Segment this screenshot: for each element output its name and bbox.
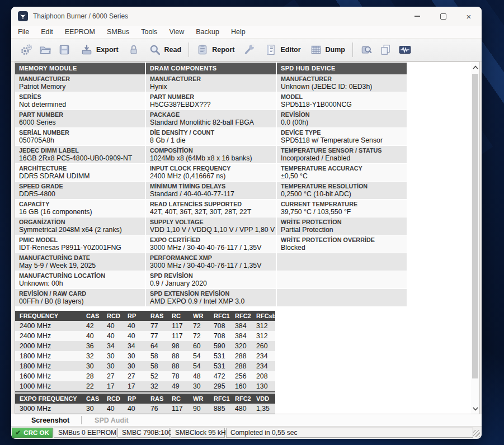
spec-label: COMPOSİTİON <box>150 147 274 154</box>
timing-row: 2000 MHz363434649860590320260 <box>15 341 275 351</box>
timing-cell: 208 <box>255 371 275 381</box>
timing-cell: 708 <box>213 321 234 331</box>
spec-value: Partial Protection <box>281 226 404 234</box>
analyzer-button[interactable] <box>395 42 415 58</box>
menu-item-help[interactable]: Help <box>231 28 246 36</box>
column-header: RFC1 <box>213 311 234 321</box>
spec-value: 1024Mb x8 (64Mb x8 x 16 banks) <box>150 154 274 163</box>
spec-label: REVİSİON <box>281 111 404 119</box>
waveform-icon <box>398 44 412 56</box>
spec-value: 3000 MHz / 30-40-40-76-117 / 1,35V <box>150 244 274 252</box>
editor-label: Editor <box>280 46 300 54</box>
spec-row-empty <box>277 289 407 307</box>
timing-cell: 77 <box>149 331 171 341</box>
column-header: RAS <box>149 394 171 404</box>
frequency-cell: 3000 MHz <box>15 404 85 414</box>
menu-item-edit[interactable]: Edit <box>41 28 53 36</box>
timing-row: 2400 MHz4040407711772708384312 <box>15 331 275 341</box>
menu-item-view[interactable]: View <box>169 28 184 36</box>
timing-row: 1000 MHz221717324930295160130 <box>15 381 275 392</box>
maximize-button[interactable] <box>430 7 456 26</box>
settings-button[interactable] <box>17 42 36 58</box>
status-smbclock: SMBClock 95 kHz <box>171 428 225 438</box>
spec-row: TEMPERATURE SENSOR / STATUSIncorporated … <box>277 146 407 164</box>
timing-cell: 27 <box>126 371 149 381</box>
frequency-cell: 1800 MHz <box>15 361 85 371</box>
spec-row: SPD EXTENSİON REVİSİONAMD EXPO 0.9 / Int… <box>146 289 276 307</box>
scroll-down-button[interactable] <box>471 404 479 414</box>
spec-label: SUPPLY VOLTAGE <box>150 219 274 226</box>
spec-label: DİE DENSİTY / COUNT <box>150 129 274 136</box>
vertical-scrollbar[interactable] <box>471 62 479 414</box>
timing-cell: 531 <box>213 361 234 371</box>
open-file-button[interactable] <box>36 42 55 58</box>
menu-item-file[interactable]: File <box>18 28 29 36</box>
timing-cell: 58 <box>149 351 171 361</box>
scroll-up-button[interactable] <box>471 62 479 72</box>
spec-row: MANUFACTURERUnknown (JEDEC ID: 0ED3h) <box>277 74 407 92</box>
column-header: RP <box>126 311 149 321</box>
spec-value: Unknown (JEDEC ID: 0ED3h) <box>281 83 404 91</box>
spec-row: PART NUMBER6000 Series <box>15 110 145 128</box>
spec-label: SERİAL NUMBER <box>19 129 143 136</box>
device-search-button[interactable] <box>357 42 376 58</box>
spec-label: DEVİCE TYPE <box>281 129 404 136</box>
timing-cell: 117 <box>171 331 192 341</box>
timing-cell: 117 <box>171 321 192 331</box>
spec-value: 050705A8h <box>19 136 143 145</box>
close-button[interactable]: × <box>456 7 482 26</box>
spec-label: PERFORMANCE XMP <box>150 254 274 262</box>
lock-button[interactable] <box>124 42 143 58</box>
timing-cell: 30 <box>106 361 126 371</box>
tab-screenshot[interactable]: Screenshot <box>31 416 69 424</box>
spec-row: SPD REVİSİON0.9 / January 2020 <box>146 271 276 289</box>
export-button[interactable]: Export <box>77 42 122 58</box>
timing-cell: 160 <box>234 381 255 392</box>
resize-grip-icon[interactable] <box>473 430 480 437</box>
spec-row: REVİSİON0.0 (00h) <box>277 110 407 128</box>
spec-value: Incorporated / Enabled <box>281 154 404 163</box>
spec-label: MANUFACTURER <box>281 75 404 83</box>
menu-item-smbus[interactable]: SMBus <box>107 28 129 36</box>
timing-cell: 30 <box>106 351 126 361</box>
spec-value: SPD5118-Y1B000NCG <box>281 101 404 109</box>
panel-title: MEMORY MODULE <box>15 63 145 74</box>
timing-cell: 256 <box>234 371 255 381</box>
column-header: RCD <box>106 394 126 404</box>
read-button[interactable]: Read <box>145 42 185 58</box>
spec-label: WRİTE PROTECTİON OVERRİDE <box>281 236 404 244</box>
timing-cell: 295 <box>213 381 234 392</box>
save-button[interactable] <box>55 42 74 58</box>
dump-button[interactable]: Dump <box>307 42 348 58</box>
minimize-button[interactable] <box>404 7 430 26</box>
timing-cell: 72 <box>192 321 213 331</box>
timing-cell: 288 <box>234 351 255 361</box>
timing-cell: 30 <box>126 351 149 361</box>
timing-cell: 54 <box>192 361 213 371</box>
options-button[interactable] <box>240 42 259 58</box>
spec-value: Unknown: 00h <box>19 280 143 288</box>
scrollbar-thumb[interactable] <box>472 74 478 378</box>
window-title: Thaiphoon Burner / 6000 Series <box>33 12 128 20</box>
spec-value: DDR5 SDRAM UDIMM <box>19 172 143 181</box>
column-header: CAS <box>85 311 106 321</box>
timing-cell: 384 <box>234 331 255 341</box>
dump-label: Dump <box>326 46 345 54</box>
editor-button[interactable]: Editor <box>261 42 304 58</box>
spec-label: SERİES <box>19 93 143 101</box>
timing-cell: 40 <box>126 404 149 414</box>
timing-row: 3000 MHz30404076117908854801,35 <box>15 404 275 414</box>
title-bar: Thaiphoon Burner / 6000 Series × <box>11 7 482 26</box>
report-button[interactable]: Report <box>193 42 238 58</box>
tab-spd-audit[interactable]: SPD Audit <box>95 416 129 424</box>
copy-button[interactable] <box>376 42 395 58</box>
spec-row: PERFORMANCE XMP3000 MHz / 30-40-40-76-11… <box>146 253 276 271</box>
toolbar-separator <box>189 42 189 57</box>
timing-cell: 60 <box>192 341 213 351</box>
menu-item-backup[interactable]: Backup <box>196 28 219 36</box>
menu-item-eeprom[interactable]: EEPROM <box>65 28 95 36</box>
dump-grid-icon <box>310 44 322 56</box>
timing-cell: 40 <box>126 331 149 341</box>
menu-item-tools[interactable]: Tools <box>141 28 157 36</box>
timing-cell: 30 <box>126 361 149 371</box>
